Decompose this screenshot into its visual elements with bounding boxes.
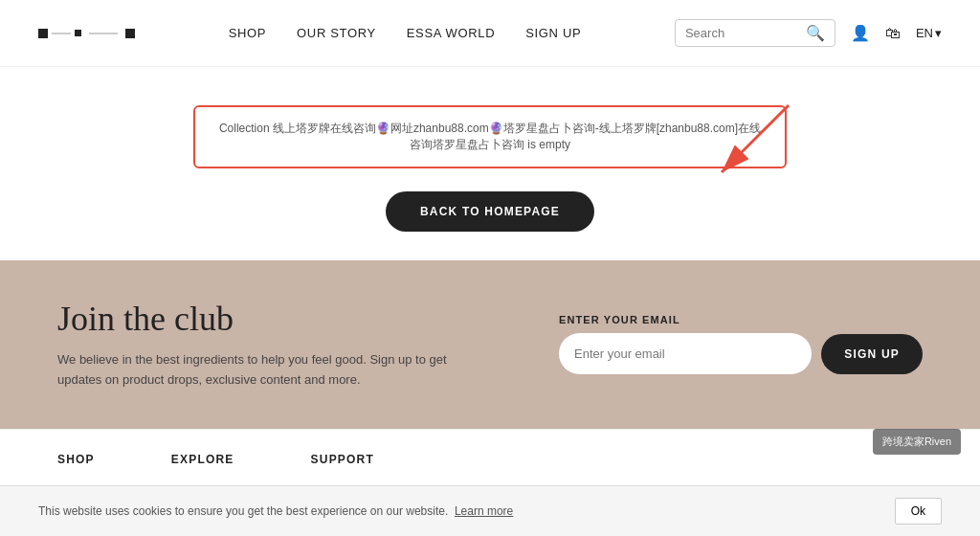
footer-support-title: SUPPORT bbox=[311, 453, 374, 466]
nav-our-story[interactable]: OUR STORY bbox=[297, 26, 376, 40]
main-content: Collection 线上塔罗牌在线咨询🔮网址zhanbu88.com🔮塔罗星盘… bbox=[0, 67, 980, 251]
join-description: We believe in the best ingredients to he… bbox=[57, 350, 459, 391]
nav-sign-up[interactable]: SIGN UP bbox=[525, 26, 581, 40]
search-icon: 🔍 bbox=[806, 24, 825, 42]
back-to-homepage-button[interactable]: BACK TO HOMEPAGE bbox=[386, 191, 594, 232]
footer-col-explore: EXPLORE bbox=[171, 453, 234, 474]
account-icon[interactable]: 👤 bbox=[851, 24, 870, 42]
learn-more-link[interactable]: Learn more bbox=[455, 504, 513, 518]
main-nav: SHOP OUR STORY ESSA WORLD SIGN UP bbox=[229, 26, 582, 40]
logo-icon bbox=[38, 29, 48, 38]
newsletter-signup-button[interactable]: SIGN UP bbox=[821, 334, 923, 374]
email-label: ENTER YOUR EMAIL bbox=[559, 314, 923, 325]
cookie-message: This website uses cookies to ensure you … bbox=[38, 504, 513, 518]
footer-col-support: SUPPORT bbox=[311, 453, 374, 474]
logo bbox=[38, 29, 135, 38]
search-box[interactable]: 🔍 bbox=[675, 19, 835, 47]
nav-shop[interactable]: SHOP bbox=[229, 26, 266, 40]
logo-icon-3 bbox=[125, 29, 135, 38]
cookie-ok-button[interactable]: Ok bbox=[895, 498, 942, 525]
join-section: Join the club We believe in the best ing… bbox=[0, 260, 980, 429]
watermark-badge: 跨境卖家Riven bbox=[873, 429, 961, 455]
error-message-box: Collection 线上塔罗牌在线咨询🔮网址zhanbu88.com🔮塔罗星盘… bbox=[193, 105, 787, 168]
cart-icon[interactable]: 🛍 bbox=[885, 25, 901, 42]
join-heading: Join the club bbox=[57, 299, 459, 339]
header-right: 🔍 👤 🛍 EN ▾ bbox=[675, 19, 942, 47]
logo-icon-2 bbox=[75, 30, 81, 36]
language-selector[interactable]: EN ▾ bbox=[916, 26, 942, 40]
footer: SHOP EXPLORE SUPPORT bbox=[0, 429, 980, 489]
footer-explore-title: EXPLORE bbox=[171, 453, 234, 466]
nav-essa-world[interactable]: ESSA WORLD bbox=[407, 26, 495, 40]
search-input[interactable] bbox=[685, 26, 800, 40]
cookie-bar: This website uses cookies to ensure you … bbox=[0, 485, 980, 536]
footer-col-shop: SHOP bbox=[57, 453, 95, 474]
join-right: ENTER YOUR EMAIL SIGN UP bbox=[559, 314, 923, 374]
logo-line bbox=[52, 33, 71, 34]
chevron-down-icon: ▾ bbox=[935, 26, 942, 40]
error-text: Collection 线上塔罗牌在线咨询🔮网址zhanbu88.com🔮塔罗星盘… bbox=[219, 122, 761, 151]
join-left: Join the club We believe in the best ing… bbox=[57, 299, 459, 391]
header: SHOP OUR STORY ESSA WORLD SIGN UP 🔍 👤 🛍 … bbox=[0, 0, 980, 67]
logo-line-2 bbox=[89, 33, 118, 34]
email-input[interactable] bbox=[559, 333, 812, 374]
email-row: SIGN UP bbox=[559, 333, 923, 374]
footer-shop-title: SHOP bbox=[57, 453, 95, 466]
